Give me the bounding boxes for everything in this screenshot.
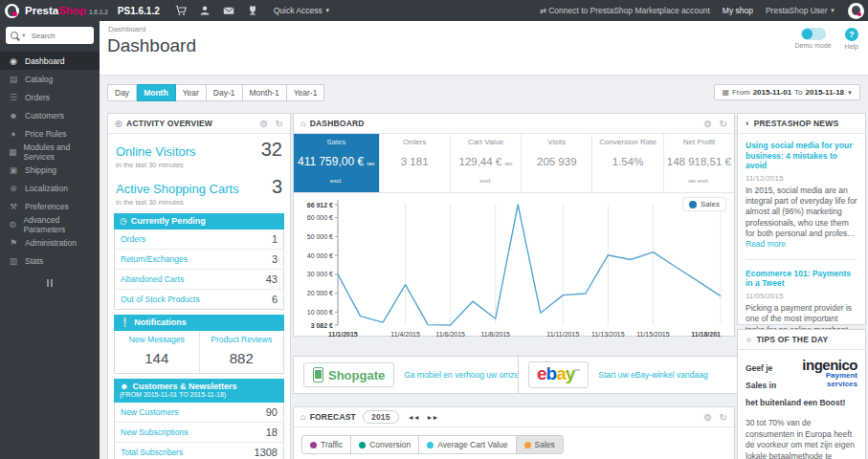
sidebar-item-modules[interactable]: ▦Modules and Services (0, 142, 100, 161)
refresh-icon[interactable]: ↻ (719, 119, 727, 129)
forecast-metric-conversion[interactable]: Conversion (350, 436, 418, 453)
sidebar-item-customers[interactable]: ☻Customers (0, 106, 100, 124)
svg-text:40 000 €: 40 000 € (307, 252, 333, 259)
list-item[interactable]: Out of Stock Products6 (115, 289, 283, 309)
topbar: PrestaShop1.6.1.2 PS1.6.1.2 Quick Access… (0, 0, 868, 21)
refresh-icon[interactable]: ↻ (275, 119, 283, 129)
help-control: ? Help (845, 28, 858, 50)
person-icon: ☻ (120, 382, 128, 391)
sidebar-search[interactable]: ▼ (6, 27, 94, 44)
customer-icon[interactable] (199, 5, 211, 16)
date-range-picker[interactable]: ▦ From2015-11-01 To2015-11-18 ▼ (714, 84, 860, 100)
help-label: Help (845, 43, 858, 50)
dashboard-icon: ◉ (9, 56, 18, 66)
gear-icon[interactable]: ⚙ (703, 119, 712, 129)
legend-dot-icon (524, 442, 531, 448)
sidebar-collapse-handle[interactable] (0, 279, 100, 287)
notifications-grid: New Messages144 Product Reviews882 (114, 331, 284, 374)
rss-icon: ◗ (745, 119, 750, 128)
kpi-conversion-rate[interactable]: Conversion Rate1.54% (591, 134, 662, 192)
svg-text:11/6/2015: 11/6/2015 (435, 331, 465, 338)
list-item[interactable]: New Subscriptions18 (115, 422, 283, 442)
help-icon[interactable]: ? (845, 28, 858, 41)
kpi-cart-value[interactable]: Cart Value129,44 € tax excl. (450, 134, 521, 192)
gear-icon[interactable]: ⚙ (259, 119, 268, 129)
sidebar-item-preferences[interactable]: ⚒Preferences (0, 197, 100, 215)
sidebar-item-stats[interactable]: ▥Stats (0, 251, 100, 270)
list-item[interactable]: Return/Exchanges3 (115, 249, 283, 269)
kpi-orders[interactable]: Orders3 181 (379, 134, 450, 192)
svg-text:3 082 €: 3 082 € (311, 322, 333, 329)
search-input[interactable] (29, 31, 89, 41)
kpi-visits[interactable]: Visits205 939 (521, 134, 591, 192)
product-reviews-cell[interactable]: Product Reviews882 (199, 331, 284, 373)
prestashop-logo-icon (5, 4, 19, 18)
forecast-metric-traffic[interactable]: Traffic (302, 436, 350, 453)
tab-day-1[interactable]: Day-1 (207, 84, 243, 101)
refresh-icon[interactable]: ↻ (719, 412, 727, 423)
tip-body: 30 tot 70% van de consumenten in Europa … (746, 418, 857, 459)
sidebar-item-localization[interactable]: ⊕Localization (0, 179, 100, 197)
list-item[interactable]: Total Subscribers1308 (115, 442, 283, 459)
my-shop-link[interactable]: My shop (723, 6, 753, 15)
tab-day[interactable]: Day (107, 84, 137, 101)
chart-legend[interactable]: Sales (682, 197, 726, 211)
breadcrumb[interactable]: Dashboard (108, 25, 145, 33)
online-visitors-stat[interactable]: Online Visitors32 (108, 134, 290, 161)
tips-of-the-day-panel: ☼TIPS OF THE DAY ingenico Paymentservice… (737, 329, 866, 459)
list-item[interactable]: New Customers90 (115, 403, 283, 422)
tab-year-1[interactable]: Year-1 (287, 84, 325, 101)
tab-month[interactable]: Month (137, 84, 176, 101)
sidebar-item-price-rules[interactable]: ♦Price Rules (0, 124, 100, 142)
sidebar-item-orders[interactable]: ☰Orders (0, 88, 100, 106)
demo-mode-toggle[interactable] (801, 28, 826, 40)
list-item[interactable]: Abandoned Carts43 (115, 269, 283, 289)
chevron-down-icon: ▼ (324, 8, 330, 13)
main-area: Dashboard Dashboard Demo mode ? Help Day… (100, 21, 868, 459)
tab-month-1[interactable]: Month-1 (243, 84, 287, 101)
article-title[interactable]: Using social media for your business: 4 … (746, 141, 857, 171)
sidebar-item-administration[interactable]: ⚑Administration (0, 233, 100, 251)
new-messages-cell[interactable]: New Messages144 (115, 331, 199, 373)
user-menu[interactable]: PrestaShop User ▼ (766, 6, 835, 15)
catalog-icon: ▤ (9, 75, 18, 84)
demo-mode-label: Demo mode (794, 42, 831, 49)
messages-icon[interactable] (223, 5, 234, 16)
page-header: Dashboard Dashboard Demo mode ? Help (100, 21, 868, 76)
sidebar-item-catalog[interactable]: ▤Catalog (0, 70, 100, 88)
quick-access-menu[interactable]: Quick Access ▼ (274, 6, 330, 15)
next-year-button[interactable]: ►► (424, 412, 441, 423)
read-more-link[interactable]: Read more (746, 239, 786, 249)
marketplace-connect-link[interactable]: ⇄ Connect to PrestaShop Marketplace acco… (540, 6, 710, 15)
forecast-year-badge[interactable]: 2015 (363, 410, 399, 424)
sales-line-chart: 11/1/201511/4/201511/6/201511/8/201511/1… (294, 193, 730, 354)
kpi-sales[interactable]: Sales411 759,00 € tax excl. (294, 134, 379, 192)
forecast-metric-average-cart-value[interactable]: Average Cart Value (418, 436, 515, 453)
article-title[interactable]: Ecommerce 101: Payments in a Tweet (746, 269, 857, 289)
tab-year[interactable]: Year (176, 84, 207, 101)
svg-text:50 000 €: 50 000 € (307, 233, 333, 240)
kpi-net-profit[interactable]: Net Profit148 918,51 € tax excl. (663, 134, 734, 192)
trophy-icon[interactable] (247, 5, 258, 16)
shopgate-link[interactable]: Ga mobiel en verhoog uw omzet (404, 370, 521, 380)
user-avatar[interactable] (848, 3, 864, 19)
modules-icon: ▦ (9, 147, 17, 157)
lightbulb-icon: ☼ (745, 335, 752, 344)
sidebar-item-shipping[interactable]: ▣Shipping (0, 161, 100, 179)
ebay-banner[interactable]: ebay™ Start uw eBay-winkel vandaag (518, 356, 754, 394)
previous-year-button[interactable]: ◄◄ (405, 412, 422, 423)
list-item[interactable]: Orders1 (115, 230, 283, 249)
demo-mode-control: Demo mode (794, 28, 831, 50)
shopgate-banner[interactable]: Shopgate Ga mobiel en verhoog uw omzet (293, 356, 533, 394)
panel-title: PRESTASHOP NEWS (754, 119, 839, 128)
cart-icon[interactable] (175, 5, 187, 16)
svg-text:11/4/2015: 11/4/2015 (390, 331, 420, 338)
sidebar-item-dashboard[interactable]: ◉Dashboard (0, 52, 100, 70)
active-carts-stat[interactable]: Active Shopping Carts3 (108, 171, 290, 198)
search-scope-caret[interactable]: ▼ (21, 33, 26, 38)
forecast-metric-sales[interactable]: Sales (516, 436, 563, 453)
ebay-link[interactable]: Start uw eBay-winkel vandaag (598, 370, 707, 380)
sidebar-item-advanced-parameters[interactable]: ⚙Advanced Parameters (0, 215, 100, 233)
svg-text:11/1/2015: 11/1/2015 (328, 331, 358, 338)
gear-icon[interactable]: ⚙ (703, 412, 712, 423)
